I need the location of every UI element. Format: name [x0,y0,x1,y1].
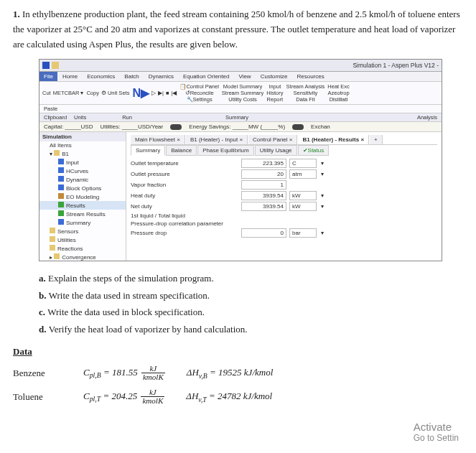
tree-dynamic[interactable]: Dynamic [39,175,126,184]
energy-label: Energy Savings: _____MW (_____%) [189,123,285,130]
reset-icon[interactable]: |◀ [171,90,177,96]
tab-control-panel[interactable]: Control Panel × [248,135,297,144]
navigation-tree: Simulation All Items ▾ B1 Input HCurves … [39,132,126,261]
toggle-2[interactable] [292,124,304,130]
part-c: c. Write the data used in block specific… [39,304,463,320]
r8-unit[interactable]: bar [289,228,317,238]
r6-label: 1st liquid / Total liquid [131,213,238,219]
r5-label: Net duty [131,203,238,210]
unit-sets-button[interactable]: ⚙Unit Sets [101,90,129,96]
tree-utilities[interactable]: Utilities [39,235,126,244]
subtab-phase[interactable]: Phase Equilibrium [197,145,253,156]
benzene-dh: ΔHv,B = 19525 kJ/kmol [187,367,273,380]
control-panel-button[interactable]: Control Panel [186,83,218,90]
app-icon [42,62,50,69]
stream-analysis-button[interactable]: Stream Analysis [286,83,325,90]
history-button[interactable]: History [266,90,283,96]
play-icon[interactable]: ▷ [151,90,156,96]
r5-value: 3939.54 [241,202,286,211]
r2-unit[interactable]: atm [289,169,317,179]
model-summary-button[interactable]: Model Summary [223,83,263,90]
part-b: b. Write the data used in stream specifi… [39,287,463,304]
tree-eomod[interactable]: EO Modeling [39,192,126,201]
r4-unit[interactable]: kW [289,191,317,200]
tab-heater-input[interactable]: B1 (Heater) - Input × [186,135,248,144]
metcbar-dropdown[interactable]: METCBAR [53,90,80,96]
question-number: 1. [13,9,20,19]
benzene-row: Benzene Cpl,B = 181.55 kJkmolK ΔHv,B = 1… [13,365,463,381]
tab-batch[interactable]: Batch [120,72,143,81]
part-a: a. Explain the steps of the simulation p… [39,270,463,286]
utility-costs-button[interactable]: Utility Costs [228,96,257,103]
r5-unit[interactable]: kW [289,202,317,211]
tab-file[interactable]: File [39,72,57,81]
settings-button[interactable]: Settings [193,96,213,103]
question-text: In ethylbenzene production plant, the fe… [13,9,460,50]
tree-block[interactable]: Block Options [39,184,126,192]
problem-statement: 1. In ethylbenzene production plant, the… [13,7,463,52]
azeotrop-button[interactable]: Azeotrop [328,90,350,96]
tab-eqo[interactable]: Equation Oriented [179,72,234,81]
subtab-summary[interactable]: Summary [131,145,165,156]
ribbon-toolbar: Cut METCBAR ▾ Copy ⚙Unit Sets N▶ ▷ ▶| ■ … [39,82,442,105]
toluene-row: Toluene Cpl,T = 204.25 kJkmolK ΔHv,T = 2… [13,388,463,405]
subtab-balance[interactable]: Balance [166,145,197,156]
r4-value: 3939.54 [241,191,286,200]
tree-sresults[interactable]: Stream Results [39,210,126,218]
tab-resources[interactable]: Resources [292,72,328,81]
heat-exc-button[interactable]: Heat Exc [327,83,349,90]
tree-input[interactable]: Input [39,158,126,167]
sim-header: Simulation [39,132,126,141]
copy-button[interactable]: Copy [86,90,99,96]
subtab-utility[interactable]: Utility Usage [255,145,297,156]
benzene-cp: Cpl,B = 181.55 kJkmolK [83,365,167,381]
tab-dynamics[interactable]: Dynamics [144,72,178,81]
subtab-status[interactable]: ✔Status [298,145,330,156]
r2-value: 20 [241,169,286,179]
toluene-dh: ΔHv,T = 24782 kJ/kmol [186,391,272,403]
report-button[interactable]: Report [267,96,284,103]
tab-home[interactable]: Home [58,72,82,81]
toluene-cp: Cpl,T = 204.25 kJkmolK [83,388,166,405]
economics-bar: Capital: _____USD Utilities: _____USD/Ye… [39,122,442,132]
paste-button[interactable]: Paste [39,105,62,113]
tree-summary[interactable]: Summary [39,218,126,227]
stream-summary-button[interactable]: Stream Summary [222,90,263,96]
r1-unit[interactable]: C [289,159,317,168]
save-icon[interactable] [52,62,59,69]
reconcile-button[interactable]: Reconcile [190,90,214,96]
title-bar: Simulation 1 - Aspen Plus V12 - [39,60,442,72]
data-fit-button[interactable]: Data Fit [296,96,314,103]
tab-economics[interactable]: Economics [83,72,119,81]
stop-icon[interactable]: ■ [166,90,169,96]
step-icon[interactable]: ▶| [158,90,164,96]
tree-b1[interactable]: ▾ B1 [39,149,126,158]
r4-label: Heat duty [131,192,238,199]
data-header: Data [13,346,463,358]
results-table: Outlet temperature223.395C▾ Outlet press… [131,159,437,238]
input-button[interactable]: Input [269,83,281,90]
r8-label: Pressure drop [131,230,238,236]
distillati-button[interactable]: Distillati [330,96,348,103]
tab-main-flowsheet[interactable]: Main Flowsheet × [131,135,185,144]
next-icon[interactable]: N▶ [132,86,149,100]
part-d: d. Verify the heat load of vaporizer by … [39,321,463,337]
tree-sensors[interactable]: Sensors [39,227,126,235]
tab-view[interactable]: View [234,72,255,81]
all-items[interactable]: All Items [39,141,126,149]
sensitivity-button[interactable]: Sensitivity [294,90,318,96]
result-subtabs: Summary Balance Phase Equilibrium Utilit… [131,145,437,156]
tree-hcurves[interactable]: HCurves [39,167,126,175]
tree-convergence[interactable]: ▸ Convergence [39,253,126,261]
tab-plus[interactable]: + [370,135,383,144]
tree-results[interactable]: Results [39,201,126,210]
benzene-name: Benzene [13,368,63,379]
cut-button[interactable]: Cut [42,90,51,96]
tab-heater-results[interactable]: B1 (Heater) - Results × [298,135,369,144]
tab-customize[interactable]: Customize [256,72,292,81]
r1-label: Outlet temperature [131,160,238,167]
r8-value: 0 [241,228,286,238]
activate-watermark: Activate Go to Settin [414,421,459,443]
toggle-1[interactable] [170,124,182,130]
tree-reactions[interactable]: Reactions [39,244,126,253]
